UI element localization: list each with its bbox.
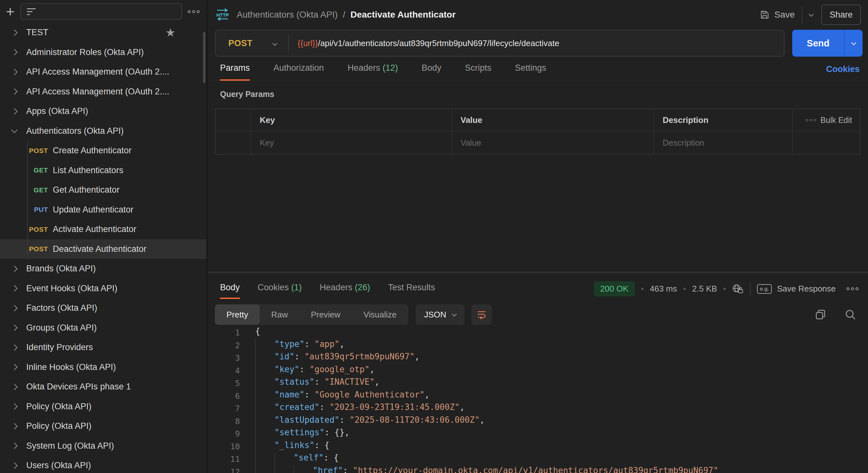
- postman-app: + TEST★Administrator Roles (Okta API)API…: [0, 0, 868, 473]
- chevron-right-icon[interactable]: [11, 325, 18, 331]
- sidebar-collection-item[interactable]: API Access Management (OAuth 2....: [0, 82, 206, 102]
- send-options-button[interactable]: [844, 30, 863, 57]
- chevron-right-icon[interactable]: [11, 344, 18, 351]
- code-line: 4"key": "google_otp",: [208, 364, 868, 377]
- response-tab-cookies[interactable]: Cookies (1): [258, 283, 302, 299]
- star-icon[interactable]: ★: [165, 26, 176, 39]
- chevron-right-icon[interactable]: [11, 443, 18, 449]
- wrap-lines-button[interactable]: [471, 304, 492, 325]
- chevron-right-icon[interactable]: [11, 305, 18, 312]
- cookies-link[interactable]: Cookies: [826, 64, 860, 81]
- method-chevron-icon[interactable]: [272, 41, 277, 46]
- sidebar-request-item[interactable]: PUTUpdate Authenticator: [0, 200, 206, 220]
- chevron-right-icon[interactable]: [11, 403, 18, 410]
- new-item-button[interactable]: +: [0, 2, 21, 21]
- tab-label: Headers: [320, 283, 352, 292]
- response-time: 463 ms: [650, 284, 677, 294]
- view-mode-raw[interactable]: Raw: [260, 304, 299, 325]
- chevron-right-icon[interactable]: [11, 88, 18, 95]
- indent-guide: [255, 415, 274, 428]
- code-line: 7"created": "2023-09-23T19:31:45.000Z",: [208, 402, 868, 415]
- sidebar-collection-item[interactable]: Policy (Okta API): [0, 397, 206, 417]
- query-params-title: Query Params: [208, 81, 868, 106]
- tab-scripts[interactable]: Scripts: [465, 63, 492, 81]
- sidebar-item-label: Event Hooks (Okta API): [26, 284, 117, 293]
- share-button[interactable]: Share: [821, 4, 861, 25]
- tab-authorization[interactable]: Authorization: [274, 63, 324, 81]
- tab-settings[interactable]: Settings: [515, 63, 546, 81]
- sidebar-collection-item[interactable]: Groups (Okta API): [0, 318, 206, 338]
- sidebar-collection-item[interactable]: Okta Devices APIs phase 1: [0, 377, 206, 397]
- param-checkbox-cell[interactable]: [216, 131, 251, 154]
- response-tab-test-results[interactable]: Test Results: [388, 283, 435, 299]
- sidebar-collection-item[interactable]: Inline Hooks (Okta API): [0, 357, 206, 377]
- sidebar-search-input[interactable]: [21, 3, 182, 20]
- line-number: 8: [208, 417, 240, 426]
- url-bar: POST {{url}}/api/v1/authenticators/aut83…: [215, 30, 784, 57]
- chevron-right-icon[interactable]: [11, 423, 18, 430]
- sidebar-request-item[interactable]: GETGet Authenticator: [0, 180, 206, 200]
- breadcrumb-collection[interactable]: Authenticators (Okta API): [237, 9, 338, 20]
- tab-headers[interactable]: Headers (12): [348, 63, 398, 81]
- tab-label: Body: [220, 283, 240, 292]
- sidebar-collection-item[interactable]: Event Hooks (Okta API): [0, 279, 206, 299]
- sidebar-request-item[interactable]: POSTCreate Authenticator: [0, 141, 206, 161]
- sidebar-collection-item[interactable]: Users (Okta API): [0, 456, 206, 473]
- pane-resize-handle[interactable]: [208, 271, 868, 274]
- sidebar-collection-item[interactable]: System Log (Okta API): [0, 436, 206, 456]
- line-number: 3: [208, 353, 240, 363]
- code-line: 5"status": "INACTIVE",: [208, 377, 868, 390]
- bulk-edit-button[interactable]: Bulk Edit: [793, 109, 860, 131]
- param-description-input[interactable]: Description: [654, 131, 793, 154]
- indent-guide: [255, 453, 274, 466]
- sidebar-collection-item[interactable]: Policy (Okta API): [0, 416, 206, 436]
- chevron-right-icon[interactable]: [11, 29, 18, 36]
- tab-body[interactable]: Body: [422, 63, 441, 81]
- sidebar-collection-item[interactable]: Apps (Okta API): [0, 101, 206, 121]
- network-info-icon[interactable]: [732, 284, 744, 294]
- response-tab-headers[interactable]: Headers (26): [320, 283, 370, 299]
- response-more-button[interactable]: [846, 287, 859, 290]
- sidebar-more-button[interactable]: [188, 10, 199, 13]
- language-selector[interactable]: JSON: [416, 304, 464, 325]
- sidebar-collection-item[interactable]: Administrator Roles (Okta API): [0, 42, 206, 62]
- method-selector[interactable]: POST: [216, 38, 253, 48]
- view-mode-visualize[interactable]: Visualize: [352, 304, 408, 325]
- chevron-right-icon[interactable]: [11, 69, 18, 75]
- search-icon[interactable]: [844, 308, 857, 321]
- save-options-chevron-icon[interactable]: [809, 11, 814, 17]
- chevron-right-icon[interactable]: [11, 384, 18, 390]
- view-mode-preview[interactable]: Preview: [299, 304, 352, 325]
- sidebar-request-item[interactable]: GETList Authenticators: [0, 161, 206, 180]
- sidebar-request-item[interactable]: POSTDeactivate Authenticator: [0, 239, 206, 259]
- sidebar-collection-item[interactable]: Authenticators (Okta API): [0, 121, 206, 141]
- url-input[interactable]: {{url}}/api/v1/authenticators/aut839qr5r…: [289, 38, 559, 48]
- sidebar-collection-item[interactable]: TEST★: [0, 23, 206, 42]
- copy-icon[interactable]: [814, 308, 827, 321]
- sidebar-request-item[interactable]: POSTActivate Authenticator: [0, 219, 206, 239]
- tab-count: (1): [289, 283, 302, 292]
- chevron-right-icon[interactable]: [11, 364, 18, 370]
- sidebar-collection-item[interactable]: Identity Providers: [0, 337, 206, 357]
- chevron-right-icon[interactable]: [11, 463, 18, 469]
- param-key-input[interactable]: Key: [251, 131, 452, 154]
- page-title[interactable]: Deactivate Authenticator: [350, 9, 456, 20]
- sidebar-collection-item[interactable]: Brands (Okta API): [0, 259, 206, 279]
- save-button[interactable]: Save: [760, 9, 795, 20]
- chevron-right-icon[interactable]: [11, 285, 18, 292]
- chevron-down-icon[interactable]: [11, 127, 18, 133]
- send-button[interactable]: Send: [792, 30, 863, 57]
- param-value-input[interactable]: Value: [452, 131, 654, 154]
- save-label: Save: [774, 9, 795, 20]
- response-tab-body[interactable]: Body: [220, 283, 240, 299]
- chevron-right-icon[interactable]: [11, 49, 18, 55]
- tab-params[interactable]: Params: [220, 63, 250, 81]
- view-mode-pretty[interactable]: Pretty: [215, 304, 260, 325]
- chevron-right-icon[interactable]: [11, 266, 18, 272]
- save-response-button[interactable]: Save Response: [777, 284, 836, 294]
- response-body-code: 1{2"type": "app",3"id": "aut839qr5rtmb9p…: [208, 326, 868, 473]
- chevron-right-icon[interactable]: [11, 108, 18, 115]
- sidebar-item-label: Factors (Okta API): [26, 303, 97, 313]
- sidebar-collection-item[interactable]: API Access Management (OAuth 2....: [0, 62, 206, 82]
- sidebar-collection-item[interactable]: Factors (Okta API): [0, 298, 206, 318]
